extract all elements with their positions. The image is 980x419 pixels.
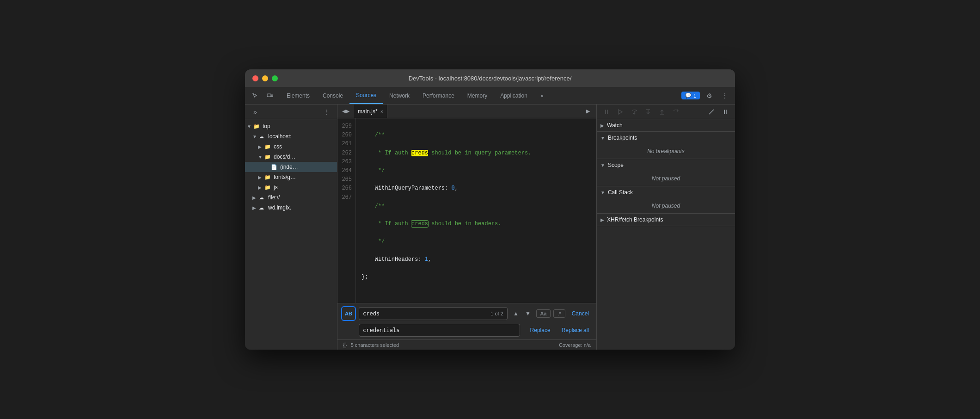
sidebar-more[interactable]: ⋮	[320, 105, 333, 118]
maximize-button[interactable]	[272, 75, 278, 81]
tree-item-top[interactable]: ▼ 📁 top	[245, 121, 337, 131]
sidebar-chevron[interactable]: »	[249, 105, 262, 118]
code-area[interactable]: 259 260 261 262 263 264 265 266 267 /** …	[337, 118, 596, 303]
tree-item-index[interactable]: 📄 (inde…	[245, 162, 337, 172]
watch-label: Watch	[607, 122, 623, 129]
tree-item-wd[interactable]: ▶ ☁ wd.imgix.	[245, 203, 337, 213]
debug-toolbar: ⏸	[597, 105, 735, 119]
notification-button[interactable]: 💬 1	[681, 92, 700, 99]
notification-icon: 💬	[685, 92, 692, 99]
breakpoints-section-header[interactable]: ▼ Breakpoints	[597, 132, 735, 144]
traffic-lights	[252, 75, 278, 81]
breakpoints-arrow: ▼	[600, 136, 605, 141]
breakpoints-section: ▼ Breakpoints No breakpoints	[597, 132, 735, 159]
step-button[interactable]	[670, 106, 682, 118]
find-prev-button[interactable]: ▲	[510, 308, 521, 319]
find-input-wrap: 1 of 2	[359, 307, 508, 320]
status-bar: {} 5 characters selected Coverage: n/a	[337, 339, 596, 350]
editor-tab-icons: ▶	[582, 105, 594, 118]
tree-arrow: ▶	[258, 144, 264, 149]
step-out-button[interactable]	[656, 106, 668, 118]
watch-section: ▶ Watch	[597, 119, 735, 132]
find-input[interactable]	[363, 310, 487, 317]
deactivate-breakpoints-button[interactable]	[705, 106, 717, 118]
call-stack-section: ▼ Call Stack Not paused	[597, 186, 735, 214]
step-over-button[interactable]	[628, 106, 640, 118]
step-into-button[interactable]	[642, 106, 654, 118]
call-stack-label: Call Stack	[608, 189, 633, 196]
close-button[interactable]	[252, 75, 258, 81]
editor-tab-main[interactable]: main.js* ×	[354, 105, 387, 118]
tree-arrow: ▶	[258, 185, 264, 190]
tab-performance[interactable]: Performance	[416, 87, 461, 104]
regex-button[interactable]: .*	[553, 309, 565, 318]
editor-panel: ◀▶ main.js* × ▶ 259 260 261 262	[337, 105, 596, 350]
tab-sources[interactable]: Sources	[349, 87, 383, 104]
editor-tab-label: main.js*	[358, 108, 378, 115]
folder-icon: 📁	[253, 123, 261, 129]
toggle-replace-button[interactable]: AB	[341, 306, 356, 321]
code-content: /** * If auth creds should be in query p…	[356, 118, 596, 303]
tree-item-docs[interactable]: ▼ 📁 docs/d…	[245, 152, 337, 162]
pause-button[interactable]: ⏸	[600, 106, 612, 118]
format-icon[interactable]: {}	[343, 341, 347, 348]
inspect-icon[interactable]	[249, 89, 262, 102]
replace-button[interactable]: Replace	[527, 325, 554, 335]
file-sidebar: » ⋮ ▼ 📁 top ▼ ☁ localhost: ▶ 📁 css	[245, 105, 337, 350]
tree-item-js[interactable]: ▶ 📁 js	[245, 182, 337, 192]
match-case-button[interactable]: Aa	[536, 309, 551, 318]
replace-row: Replace Replace all	[341, 324, 593, 337]
run-icon[interactable]: ▶	[582, 105, 594, 118]
tab-console[interactable]: Console	[316, 87, 349, 104]
call-stack-section-header[interactable]: ▼ Call Stack	[597, 186, 735, 198]
xhr-arrow: ▶	[600, 217, 604, 222]
find-count: 1 of 2	[490, 311, 503, 316]
settings-icon[interactable]: ⚙	[703, 89, 716, 102]
file-tree-toggle[interactable]: ◀▶	[339, 105, 352, 118]
replace-input[interactable]	[363, 327, 516, 333]
xhr-label: XHR/fetch Breakpoints	[607, 216, 663, 223]
xhr-section-header[interactable]: ▶ XHR/fetch Breakpoints	[597, 214, 735, 226]
replace-input-wrap	[359, 324, 520, 337]
code-line-262: WithinQueryParameters: 0,	[361, 184, 591, 193]
tree-item-fonts[interactable]: ▶ 📁 fonts/g…	[245, 172, 337, 182]
tabbar-right: 💬 1 ⚙ ⋮	[681, 89, 731, 102]
code-line-259: /**	[361, 131, 591, 140]
editor-tab-close[interactable]: ×	[380, 109, 383, 114]
watch-arrow: ▶	[600, 123, 604, 128]
tab-elements[interactable]: Elements	[280, 87, 316, 104]
tree-item-css[interactable]: ▶ 📁 css	[245, 142, 337, 152]
xhr-section: ▶ XHR/fetch Breakpoints	[597, 214, 735, 226]
editor-tab-bar: ◀▶ main.js* × ▶	[337, 105, 596, 118]
tree-item-file[interactable]: ▶ ☁ file://	[245, 192, 337, 203]
pause-on-exceptions-button[interactable]: ⏸	[719, 106, 731, 118]
cancel-search-button[interactable]: Cancel	[568, 308, 593, 319]
device-toolbar-icon[interactable]	[263, 89, 276, 102]
svg-line-7	[709, 110, 714, 114]
status-right: Coverage: n/a	[559, 342, 591, 348]
replace-buttons: Replace Replace all	[527, 325, 593, 335]
resume-button[interactable]	[614, 106, 626, 118]
code-line-267: };	[361, 273, 591, 282]
line-numbers: 259 260 261 262 263 264 265 266 267	[337, 118, 356, 303]
find-next-button[interactable]: ▼	[522, 308, 533, 319]
tab-network[interactable]: Network	[383, 87, 416, 104]
tab-application[interactable]: Application	[494, 87, 534, 104]
scope-section-header[interactable]: ▼ Scope	[597, 159, 735, 171]
tree-arrow: ▶	[252, 195, 259, 200]
minimize-button[interactable]	[262, 75, 268, 81]
watch-section-header[interactable]: ▶ Watch	[597, 119, 735, 131]
devtools-mode-icons	[249, 89, 276, 102]
svg-rect-0	[267, 94, 271, 97]
file-tree: ▼ 📁 top ▼ ☁ localhost: ▶ 📁 css ▼ 📁	[245, 119, 337, 350]
call-stack-arrow: ▼	[600, 190, 605, 195]
breakpoints-content: No breakpoints	[597, 144, 735, 159]
titlebar: DevTools - localhost:8080/docs/devtools/…	[245, 69, 735, 87]
cloud-icon: ☁	[259, 205, 266, 211]
tree-item-localhost[interactable]: ▼ ☁ localhost:	[245, 131, 337, 142]
tab-memory[interactable]: Memory	[461, 87, 494, 104]
tab-more[interactable]: »	[534, 87, 550, 104]
replace-all-button[interactable]: Replace all	[558, 325, 593, 335]
more-icon[interactable]: ⋮	[718, 89, 731, 102]
svg-rect-1	[271, 95, 273, 97]
